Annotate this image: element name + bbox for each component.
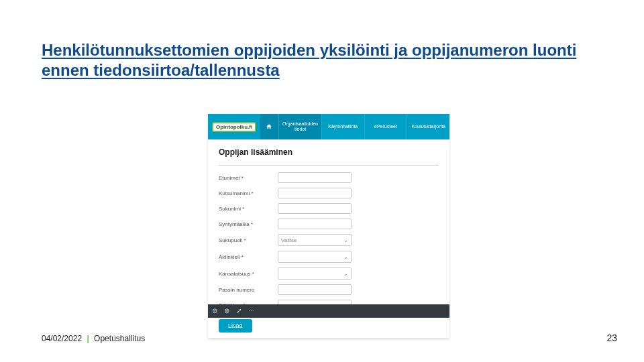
footer-separator: |: [84, 334, 91, 343]
app-topbar: Opintopolku.fi Organisaatioiden tiedot K…: [208, 114, 449, 139]
nav-item-kaytonhallinta[interactable]: Käytönhallinta: [321, 114, 364, 139]
chevron-down-icon: ⌄: [343, 237, 348, 243]
field-label: Syntymäaika *: [219, 221, 278, 227]
passin-numero-input[interactable]: [278, 284, 352, 295]
field-label: Äidinkieli *: [219, 254, 278, 260]
field-etunimet: Etunimet *: [219, 172, 439, 183]
field-label: Passin numero: [219, 287, 278, 293]
field-sukunimi: Sukunimi *: [219, 203, 439, 214]
brand: Opintopolku.fi: [208, 114, 260, 139]
nav-item-org-tiedot[interactable]: Organisaatioiden tiedot: [278, 114, 321, 139]
field-syntymaaika: Syntymäaika *: [219, 219, 439, 229]
chevron-down-icon: ⌄: [343, 254, 348, 260]
nav-label: Käytönhallinta: [328, 124, 358, 129]
field-kutsumanimi: Kutsumanimi *: [219, 188, 439, 198]
magnify-plus-icon[interactable]: ⊕: [224, 308, 229, 314]
footer-date: 04/02/2022: [42, 334, 82, 343]
nav-label: Organisaatioiden tiedot: [280, 121, 320, 131]
field-aidinkieli: Äidinkieli * ⌄: [219, 251, 439, 263]
sukunimi-input[interactable]: [278, 203, 352, 214]
nav-label: ePerusteet: [374, 124, 397, 129]
sukupuoli-select[interactable]: Valitse ⌄: [278, 234, 352, 246]
field-label: Kutsumanimi *: [219, 190, 278, 196]
slide-title: Henkilötunnuksettomien oppijoiden yksilö…: [42, 40, 578, 80]
more-icon[interactable]: ⋯: [248, 308, 255, 314]
add-button-label: Lisää: [228, 322, 243, 329]
magnify-minus-icon[interactable]: ⊖: [212, 308, 217, 314]
field-label: Sukupuoli *: [219, 237, 278, 243]
field-label: Etunimet *: [219, 175, 278, 181]
syntymaaika-input[interactable]: [278, 219, 352, 229]
chevron-down-icon: ⌄: [343, 271, 348, 277]
aidinkieli-select[interactable]: ⌄: [278, 251, 352, 263]
page-number: 23: [606, 333, 617, 343]
select-value: Valitse: [281, 237, 297, 243]
footer-org: Opetushallitus: [94, 334, 145, 343]
nav-item-koulutustarjonta[interactable]: Koulutustarjonta: [407, 114, 449, 139]
home-icon[interactable]: [260, 114, 278, 139]
field-label: Sukunimi *: [219, 206, 278, 212]
top-nav: Organisaatioiden tiedot Käytönhallinta e…: [260, 114, 449, 139]
expand-icon[interactable]: ⤢: [236, 308, 241, 314]
form-heading: Oppijan lisääminen: [219, 147, 439, 157]
field-sukupuoli: Sukupuoli * Valitse ⌄: [219, 234, 439, 246]
divider: [219, 165, 439, 166]
nav-label: Koulutustarjonta: [411, 124, 445, 129]
brand-badge: Opintopolku.fi: [212, 122, 256, 132]
etunimet-input[interactable]: [278, 172, 352, 183]
slide-footer: 04/02/2022 | Opetushallitus: [42, 334, 145, 343]
slide: Henkilötunnuksettomien oppijoiden yksilö…: [0, 0, 644, 362]
field-passin-numero: Passin numero: [219, 284, 439, 295]
nav-item-eperusteet[interactable]: ePerusteet: [364, 114, 407, 139]
field-label: Kansalaisuus *: [219, 271, 278, 277]
kutsumanimi-input[interactable]: [278, 188, 352, 198]
kansalaisuus-select[interactable]: ⌄: [278, 267, 352, 280]
viewer-toolbar: ⊖ ⊕ ⤢ ⋯: [208, 304, 449, 318]
field-kansalaisuus: Kansalaisuus * ⌄: [219, 267, 439, 280]
add-button[interactable]: Lisää: [219, 319, 252, 333]
